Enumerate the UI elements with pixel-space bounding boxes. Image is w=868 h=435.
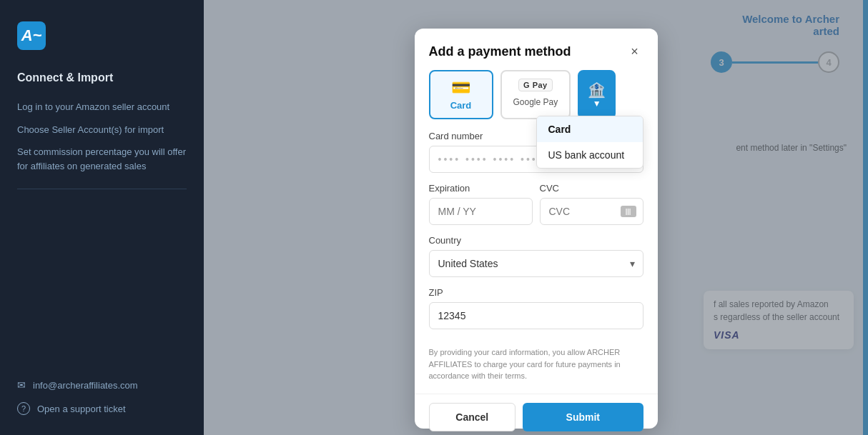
cvc-card-icon: ||| — [621, 206, 636, 217]
payment-tab-google-pay[interactable]: G Pay Google Pay — [500, 70, 571, 119]
main-content: Welcome to Archer arted 3 4 ent method l… — [204, 0, 868, 435]
expiry-cvc-row: Expiration CVC ||| — [429, 183, 643, 235]
sidebar-item-commission[interactable]: Set commission percentage you will offer… — [0, 141, 204, 177]
payment-disclaimer: By providing your card information, you … — [415, 339, 658, 394]
modal-header: Add a payment method × — [415, 29, 658, 70]
country-select-wrap: United States Canada United Kingdom Aust… — [429, 250, 643, 277]
sidebar-email[interactable]: ✉ info@archeraffiliates.com — [17, 374, 187, 396]
payment-dropdown-menu: Card US bank account — [536, 116, 643, 169]
modal-title: Add a payment method — [429, 44, 571, 59]
zip-input[interactable] — [429, 302, 643, 329]
country-group: Country United States Canada United King… — [429, 235, 643, 277]
expiration-label: Expiration — [429, 183, 533, 194]
cvc-group: CVC ||| — [540, 183, 643, 225]
gpay-label: Google Pay — [513, 97, 558, 107]
payment-tab-card[interactable]: 💳 Card — [429, 70, 493, 119]
card-icon: 💳 — [451, 79, 470, 97]
sidebar-item-login[interactable]: Log in to your Amazon seller account — [0, 96, 204, 119]
modal-footer: Cancel Submit — [415, 394, 658, 436]
sidebar-bottom: ✉ info@archeraffiliates.com ? Open a sup… — [0, 374, 204, 421]
payment-tab-more[interactable]: 🏦 ▼ — [578, 70, 616, 119]
zip-label: ZIP — [429, 287, 643, 298]
payment-tabs: 💳 Card G Pay Google Pay 🏦 ▼ Card US bank… — [415, 70, 658, 131]
country-select[interactable]: United States Canada United Kingdom Aust… — [429, 250, 643, 277]
chevron-down-icon: ▼ — [593, 99, 601, 109]
zip-group: ZIP — [429, 287, 643, 329]
archer-logo: A~ — [17, 21, 46, 50]
dropdown-item-card[interactable]: Card — [537, 116, 643, 142]
cvc-label: CVC — [540, 183, 643, 194]
dropdown-item-bank[interactable]: US bank account — [537, 142, 643, 168]
submit-button[interactable]: Submit — [523, 403, 643, 431]
expiration-group: Expiration — [429, 183, 533, 225]
sidebar-logo: A~ — [0, 14, 204, 71]
question-icon: ? — [17, 402, 30, 415]
sidebar: A~ Connect & Import Log in to your Amazo… — [0, 0, 204, 435]
sidebar-section-title: Connect & Import — [0, 71, 204, 96]
country-label: Country — [429, 235, 643, 246]
sidebar-support[interactable]: ? Open a support ticket — [17, 396, 187, 421]
modal-overlay: Add a payment method × 💳 Card G Pay Goog… — [204, 0, 868, 435]
email-icon: ✉ — [17, 379, 26, 391]
bank-icon: 🏦 — [588, 81, 606, 99]
modal-close-button[interactable]: × — [626, 43, 643, 60]
payment-modal: Add a payment method × 💳 Card G Pay Goog… — [415, 29, 658, 429]
gpay-badge: G Pay — [518, 79, 553, 91]
sidebar-item-choose[interactable]: Choose Seller Account(s) for import — [0, 119, 204, 141]
sidebar-divider — [17, 189, 187, 189]
cancel-button[interactable]: Cancel — [429, 403, 516, 431]
card-tab-label: Card — [450, 100, 472, 111]
expiration-input[interactable] — [429, 198, 533, 225]
cvc-wrap: ||| — [540, 198, 643, 225]
